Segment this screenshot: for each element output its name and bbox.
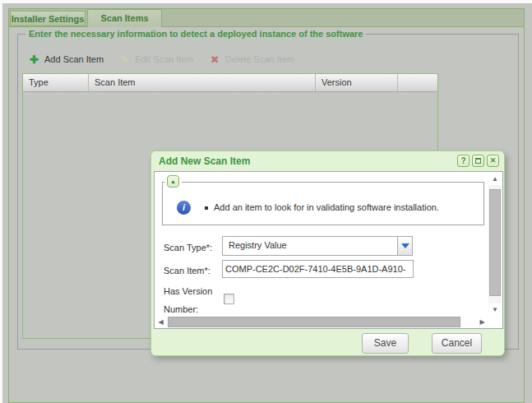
vertical-scroll-thumb[interactable] <box>489 189 501 296</box>
has-version-number-checkbox[interactable] <box>224 294 234 304</box>
add-new-scan-item-dialog: Add New Scan Item ? ✕ ▲ <box>150 151 505 356</box>
window-buttons: ? ✕ <box>457 155 499 167</box>
add-scan-item-button[interactable]: ✚ Add Scan Item <box>28 53 104 66</box>
scan-type-value: Registry Value <box>229 240 287 250</box>
info-message: Add an item to look for in validating so… <box>214 202 439 212</box>
maximize-icon <box>475 158 481 164</box>
collapse-button[interactable]: ▲ <box>167 175 179 188</box>
scan-item-label: Scan Item*: <box>164 266 210 276</box>
dialog-titlebar[interactable]: Add New Scan Item ? ✕ <box>151 151 504 171</box>
tab-scan-items[interactable]: Scan Items <box>87 9 162 27</box>
delete-x-icon: ✖ <box>209 53 221 66</box>
horizontal-scrollbar[interactable]: ◀ ▶ <box>155 316 488 328</box>
column-header-scan-item[interactable]: Scan Item <box>89 74 316 91</box>
tab-installer-settings-label: Installer Settings <box>12 14 85 24</box>
cancel-button[interactable]: Cancel <box>432 333 482 354</box>
scroll-left-icon[interactable]: ◀ <box>155 316 166 328</box>
edit-pencil-icon: ✎ <box>118 53 131 66</box>
help-button[interactable]: ? <box>457 155 470 167</box>
add-icon: ✚ <box>28 53 40 66</box>
tab-strip: Installer Settings Scan Items <box>9 9 524 27</box>
dialog-content: ▲ i Add an item to look for in validatin… <box>154 171 503 329</box>
scan-type-select[interactable]: Registry Value <box>222 236 413 256</box>
close-button[interactable]: ✕ <box>487 155 499 167</box>
add-scan-item-label: Add Scan Item <box>44 54 104 64</box>
page-background: Installer Settings Scan Items Enter the … <box>2 3 532 403</box>
table-header-row: Type Scan Item Version <box>23 74 437 92</box>
info-icon: i <box>177 201 191 215</box>
scan-type-label: Scan Type*: <box>164 243 212 252</box>
bullet-icon <box>205 206 208 210</box>
delete-scan-item-label: Delete Scan Item <box>225 54 294 64</box>
column-header-type[interactable]: Type <box>23 74 89 91</box>
scan-type-trigger[interactable] <box>397 237 412 255</box>
horizontal-scroll-thumb[interactable] <box>168 317 460 327</box>
edit-scan-item-label: Edit Scan Item <box>135 54 194 64</box>
screen: Installer Settings Scan Items Enter the … <box>0 0 532 403</box>
scan-item-input[interactable] <box>222 260 414 278</box>
vertical-scrollbar[interactable]: ▲ ▼ <box>488 173 502 316</box>
scan-items-toolbar: ✚ Add Scan Item ✎ Edit Scan Item ✖ Delet… <box>28 52 294 67</box>
save-button[interactable]: Save <box>362 333 409 354</box>
has-version-number-label: Has Version Number: <box>164 282 229 318</box>
delete-scan-item-button: ✖ Delete Scan Item <box>209 53 294 66</box>
column-header-extra <box>398 74 437 91</box>
scroll-right-icon[interactable]: ▶ <box>477 316 488 328</box>
scroll-down-icon[interactable]: ▼ <box>488 303 502 316</box>
maximize-button[interactable] <box>472 155 484 167</box>
dialog-title: Add New Scan Item <box>159 155 250 167</box>
help-icon: ? <box>460 156 465 165</box>
edit-scan-item-button: ✎ Edit Scan Item <box>118 53 194 66</box>
column-header-version[interactable]: Version <box>316 74 398 91</box>
close-icon: ✕ <box>490 156 497 164</box>
tab-scan-items-label: Scan Items <box>100 13 148 23</box>
chevron-down-icon <box>401 243 409 248</box>
tab-installer-settings[interactable]: Installer Settings <box>10 11 86 26</box>
scroll-up-icon[interactable]: ▲ <box>488 173 502 185</box>
fieldset-legend: Enter the necessary information to detec… <box>25 29 366 39</box>
collapse-arrow-icon: ▲ <box>170 178 176 184</box>
scrollbar-corner <box>488 316 502 328</box>
